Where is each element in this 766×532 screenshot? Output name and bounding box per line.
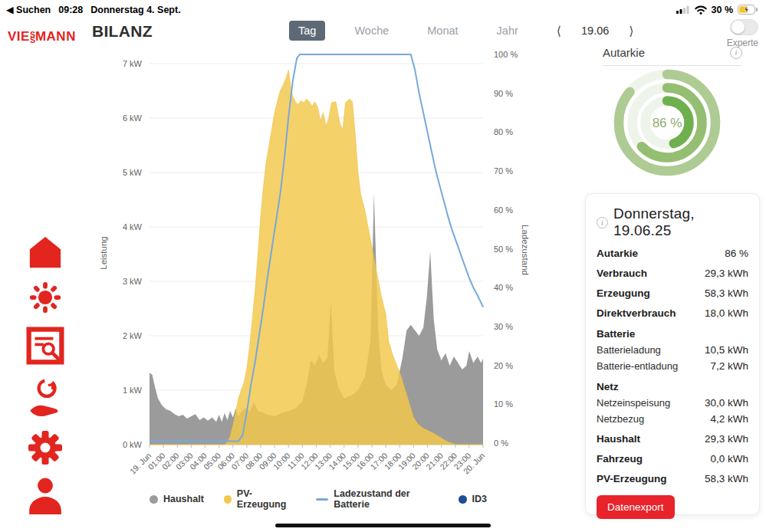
legend-item-pv-erzeugung[interactable]: PV-Erzeugung — [224, 488, 296, 510]
battery-percent: 30 % — [712, 5, 734, 15]
prev-date-button[interactable]: ⟨ — [554, 22, 564, 40]
toggle-knob — [731, 21, 745, 34]
chart-legend: HaushaltPV-ErzeugungLadezustand der Batt… — [150, 488, 487, 510]
svg-text:4 kW: 4 kW — [123, 222, 143, 232]
svg-text:10 %: 10 % — [494, 399, 513, 409]
card-title: Donnerstag, 19.06.25 — [613, 205, 748, 239]
left-axis-title: Leistung — [99, 236, 108, 269]
app-sidebar — [26, 235, 64, 514]
row-label: Direktverbrauch — [597, 307, 676, 319]
sidebar-item-solar[interactable] — [26, 280, 64, 315]
next-date-button[interactable]: ⟩ — [626, 22, 636, 40]
summary-row-autarkie: Autarkie86 % — [597, 248, 748, 259]
tab-tag[interactable]: Tag — [289, 21, 325, 41]
summary-row-batterie: Batterie — [597, 328, 748, 340]
sun-icon — [28, 280, 63, 315]
card-info-icon[interactable]: i — [597, 217, 608, 228]
svg-text:0 %: 0 % — [494, 438, 508, 448]
svg-text:70 %: 70 % — [494, 166, 513, 176]
summary-row-netz: Netz — [597, 381, 748, 392]
legend-swatch — [459, 495, 467, 504]
energy-balance-chart: 0 kW1 kW2 kW3 kW4 kW5 kW6 kW7 kW0 %10 %2… — [96, 44, 537, 504]
row-label: Netzbezug — [597, 413, 644, 425]
row-label: Autarkie — [597, 248, 638, 259]
svg-text:7 kW: 7 kW — [123, 59, 143, 68]
summary-row-verbrauch: Verbrauch29,3 kWh — [597, 268, 748, 279]
row-value: 29,3 kWh — [705, 268, 748, 279]
status-time: 09:28 — [58, 5, 83, 15]
row-value: 58,3 kWh — [705, 473, 748, 484]
summary-rows: Autarkie86 %Verbrauch29,3 kWhErzeugung58… — [597, 248, 748, 484]
row-value: 58,3 kWh — [705, 287, 748, 299]
expert-mode-control: Experte — [727, 19, 758, 48]
svg-text:100 %: 100 % — [494, 50, 518, 59]
legend-swatch — [224, 495, 232, 504]
back-to-app-button[interactable]: ◀ Suchen — [6, 4, 51, 15]
svg-text:80 %: 80 % — [494, 127, 513, 136]
viessmann-logo: VIESSMANN — [8, 29, 76, 44]
row-value: 4,2 kWh — [710, 413, 748, 425]
row-value: 0,0 kWh — [710, 453, 748, 465]
svg-text:1 kW: 1 kW — [123, 386, 143, 395]
summary-row-netzeinspeisung: Netzeinspeisung30,0 kWh — [597, 397, 748, 409]
svg-text:40 %: 40 % — [494, 283, 513, 292]
gear-icon — [27, 429, 64, 466]
row-value: 86 % — [725, 248, 748, 259]
summary-row-direktverbrauch: Direktverbrauch18,0 kWh — [597, 307, 748, 319]
row-value: 7,2 kWh — [710, 360, 748, 372]
status-bar: ◀ Suchen 09:28 Donnerstag 4. Sept. 30 % — [0, 0, 766, 17]
row-label: Verbrauch — [597, 268, 647, 279]
summary-row-batterie-entladung: Batterie-entladung7,2 kWh — [597, 360, 748, 372]
row-label: Batterie — [597, 328, 635, 340]
status-date: Donnerstag 4. Sept. — [90, 5, 180, 15]
period-tabbar: TagWocheMonatJahr ⟨ 19.06 ⟩ — [289, 21, 637, 41]
legend-label: ID3 — [472, 494, 487, 504]
autarkie-center-value: 86 % — [653, 116, 682, 130]
row-value: 29,3 kWh — [705, 433, 748, 445]
right-axis-title: Ladezustand — [521, 225, 530, 275]
row-label: Netz — [597, 381, 619, 392]
legend-label: Ladezustand der Batterie — [334, 488, 438, 510]
svg-text:20 %: 20 % — [494, 361, 513, 370]
tab-monat[interactable]: Monat — [418, 21, 467, 41]
expert-toggle[interactable] — [730, 19, 758, 35]
row-label: Haushalt — [597, 433, 640, 445]
summary-row-netzbezug: Netzbezug4,2 kWh — [597, 413, 748, 425]
tab-jahr[interactable]: Jahr — [488, 21, 528, 41]
autarkie-donut-chart: 86 % — [602, 57, 732, 188]
legend-swatch — [316, 498, 328, 501]
svg-text:0 kW: 0 kW — [123, 440, 143, 449]
sidebar-item-home[interactable] — [26, 235, 64, 270]
row-label: Erzeugung — [597, 287, 650, 299]
wifi-icon — [695, 5, 707, 15]
svg-text:5 kW: 5 kW — [123, 168, 143, 177]
row-label: Netzeinspeisung — [597, 397, 670, 409]
svg-text:60 %: 60 % — [494, 205, 513, 215]
svg-text:90 %: 90 % — [494, 89, 513, 98]
battery-charging-icon — [738, 5, 758, 15]
tab-woche[interactable]: Woche — [345, 21, 398, 41]
logo-text: VIE — [8, 29, 30, 44]
legend-label: PV-Erzeugung — [237, 488, 296, 510]
summary-row-haushalt: Haushalt29,3 kWh — [597, 433, 748, 445]
legend-item-ladezustand-der-batterie[interactable]: Ladezustand der Batterie — [316, 488, 439, 510]
home-icon — [28, 235, 63, 270]
selected-date: 19.06 — [581, 25, 609, 37]
svg-text:50 %: 50 % — [494, 245, 513, 254]
sidebar-item-energy-service[interactable] — [26, 376, 64, 419]
daily-summary-card: i Donnerstag, 19.06.25 Autarkie86 %Verbr… — [585, 193, 760, 515]
sidebar-item-user[interactable] — [26, 476, 64, 514]
energy-report-icon — [26, 325, 64, 366]
page-title: BILANZ — [92, 22, 153, 41]
row-label: Batterie-entladung — [597, 360, 678, 372]
summary-row-batterieladung: Batterieladung10,5 kWh — [597, 344, 748, 356]
row-label: PV-Erzeugung — [597, 473, 667, 484]
sidebar-item-energy-report[interactable] — [26, 325, 64, 366]
svg-text:30 %: 30 % — [494, 322, 513, 331]
home-indicator-bar[interactable] — [275, 524, 491, 527]
data-export-button[interactable]: Datenexport — [597, 495, 675, 519]
cellular-signal-icon — [676, 5, 690, 14]
legend-item-id3[interactable]: ID3 — [459, 494, 487, 504]
sidebar-item-settings[interactable] — [26, 429, 64, 466]
legend-item-haushalt[interactable]: Haushalt — [150, 494, 204, 504]
